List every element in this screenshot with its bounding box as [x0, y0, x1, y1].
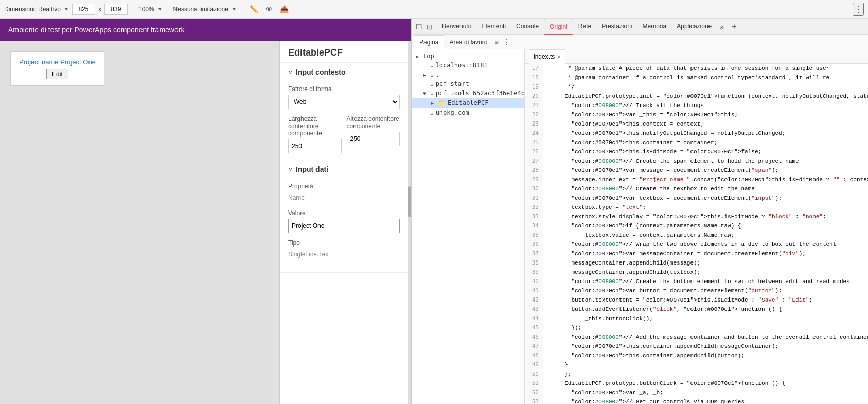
code-line-34: "color:#0070c1">if (context.parameters.N…: [550, 221, 868, 231]
valore-label: Valore: [288, 209, 400, 217]
code-lines-container[interactable]: 1718192021222324252627282930313233343536…: [525, 64, 868, 404]
tab-memoria[interactable]: Memoria: [637, 19, 672, 35]
code-text-52: "color:#0070c1">var _a, _b;: [558, 388, 663, 397]
devtools-topbar: ☐ ⊡ Benvenuto Elementi Console Origini R…: [412, 19, 868, 35]
code-line-45: });: [550, 323, 868, 332]
tab-rete[interactable]: Rete: [573, 19, 596, 35]
export-icon-btn[interactable]: 📤: [278, 4, 291, 14]
code-text-50: };: [558, 370, 571, 379]
dropdown-arrow-icon: ▼: [64, 6, 69, 12]
code-text-36: "color:#008000">// Wrap the two above el…: [558, 240, 836, 249]
no-breakpoint: [550, 232, 556, 238]
subtab-pagina[interactable]: Pagina: [414, 35, 444, 49]
code-text-28: "color:#0070c1">var message = document.c…: [558, 166, 778, 175]
devtools-icons: ☐ ⊡: [412, 23, 437, 31]
subtab-more-icon[interactable]: »: [492, 38, 501, 46]
tab-elementi[interactable]: Elementi: [476, 19, 511, 35]
x-label: x: [98, 6, 101, 13]
code-line-53: "color:#008000">// Get our controls via …: [550, 397, 868, 404]
devtools-body: ▶ top ▶ ☁ localhost:8181 ▶ ☁ . ▶: [412, 49, 868, 404]
larghezza-label: Larghezza contenitore componente: [288, 115, 342, 137]
dom-item-localhost[interactable]: ▶ ☁ localhost:8181: [412, 61, 524, 70]
tab-prestazioni[interactable]: Prestazioni: [596, 19, 637, 35]
component-label: Project name Project One: [19, 58, 96, 66]
input-contesto-header[interactable]: ∨ Input contesto: [280, 63, 408, 81]
pencil-icon-btn[interactable]: ✏️: [247, 4, 260, 14]
code-line-51: EditablePCF.prototype.buttonClick = "col…: [550, 379, 868, 388]
code-text-34: "color:#0070c1">if (context.parameters.N…: [558, 221, 741, 231]
dom-label-dot: .: [436, 71, 439, 78]
fattore-field: Fattore di forma Web: [288, 85, 400, 109]
dom-item-pcfstart[interactable]: ▶ ☁ pcf-start: [412, 79, 524, 89]
size-row: Larghezza contenitore componente Altezza…: [288, 115, 400, 153]
code-text-21: "color:#008000">// Track all the things: [558, 101, 704, 110]
line-numbers: 1718192021222324252627282930313233343536…: [525, 64, 543, 404]
no-breakpoint: [550, 297, 556, 303]
dom-label-localhost: localhost:8181: [436, 62, 488, 69]
eye-icon-btn[interactable]: 👁: [263, 4, 275, 14]
code-line-29: message.innerText = "Project name ".conc…: [550, 175, 868, 184]
tab-benvenuto[interactable]: Benvenuto: [437, 19, 476, 35]
code-text-41: "color:#0070c1">var button = document.cr…: [558, 286, 782, 295]
dom-label-top: top: [423, 52, 434, 60]
config-title: EditablePCF: [280, 41, 408, 63]
no-breakpoint: [550, 130, 556, 136]
no-breakpoint: [550, 251, 556, 257]
code-text-38: messageContainer.appendChild(message);: [558, 258, 700, 268]
dati-body: Proprietà Name Valore Tipo SingleLine.Te…: [280, 179, 408, 272]
no-breakpoint: [550, 390, 556, 396]
height-input[interactable]: [104, 4, 128, 15]
larghezza-input[interactable]: [288, 139, 342, 153]
code-text-32: textbox.type = "text";: [558, 203, 646, 212]
phone-icon[interactable]: ☐: [416, 23, 422, 31]
more-options-btn[interactable]: ⋮: [853, 3, 864, 16]
dom-item-unpkg[interactable]: ▶ ☁ unpkg.com: [412, 108, 524, 117]
fattore-select[interactable]: Web: [288, 95, 400, 109]
file-close-icon[interactable]: ✕: [557, 54, 561, 60]
code-file-tab[interactable]: index.ts ✕: [529, 49, 565, 64]
width-input[interactable]: [72, 4, 95, 15]
devtools-subtabs: Pagina Area di lavoro » ⋮: [412, 35, 868, 49]
tipo-label: Tipo: [288, 239, 400, 247]
code-text-29: message.innerText = "Project name ".conc…: [558, 175, 868, 184]
code-line-52: "color:#0070c1">var _a, _b;: [550, 388, 868, 397]
subtab-area[interactable]: Area di lavoro: [444, 35, 492, 49]
code-line-17: * @param state A piece of data that pers…: [550, 64, 868, 73]
dom-item-top[interactable]: ▶ top: [412, 51, 524, 61]
code-line-41: "color:#0070c1">var button = document.cr…: [550, 286, 868, 295]
top-toolbar: Dimensioni: Reattivo ▼ x 100% ▼ Nessuna …: [0, 0, 868, 19]
edit-button[interactable]: Edit: [46, 69, 68, 79]
valore-input[interactable]: [288, 219, 400, 233]
tab-console[interactable]: Console: [511, 19, 544, 35]
code-text-51: EditablePCF.prototype.buttonClick = "col…: [558, 379, 785, 388]
dom-item-pcftools[interactable]: ▼ ☁ pcf tools 652ac3f36e1e4bca82...: [412, 89, 524, 98]
nav-more-icon[interactable]: »: [717, 23, 727, 31]
no-breakpoint: [550, 288, 556, 294]
no-breakpoint: [550, 84, 556, 90]
subtab-menu-icon[interactable]: ⋮: [501, 37, 513, 47]
code-text-33: textbox.style.display = "color:#0070c1">…: [558, 212, 826, 221]
scrollbar-track[interactable]: [408, 41, 411, 404]
no-breakpoint: [550, 325, 556, 331]
dom-item-editablepcf[interactable]: ▶ 📁 EditablePCF: [412, 98, 524, 108]
no-breakpoint: [550, 380, 556, 387]
code-line-35: textbox.value = context.parameters.Name.…: [550, 231, 868, 240]
altezza-input[interactable]: [347, 132, 400, 146]
code-line-20: EditablePCF.prototype.init = "color:#007…: [550, 92, 868, 101]
cloud-icon-pcfstart: ☁: [430, 81, 434, 87]
input-contesto-section: ∨ Input contesto Fattore di forma Web: [280, 63, 408, 160]
input-dati-header[interactable]: ∨ Input dati: [280, 160, 408, 179]
config-panel: EditablePCF ∨ Input contesto Fattore di …: [279, 41, 408, 404]
tab-applicazione[interactable]: Applicazione: [671, 19, 717, 35]
nav-add-icon[interactable]: ＋: [727, 21, 741, 32]
dom-arrow-top: ▶: [416, 54, 423, 59]
dom-label-pcfstart: pcf-start: [436, 80, 469, 87]
scrollbar-thumb[interactable]: [408, 186, 411, 217]
dom-item-dot[interactable]: ▶ ☁ .: [412, 70, 524, 79]
dom-label-unpkg: unpkg.com: [436, 109, 469, 116]
tab-origini[interactable]: Origini: [544, 19, 573, 35]
code-line-48: "color:#0070c1">this.container.appendChi…: [550, 351, 868, 360]
pointer-icon[interactable]: ⊡: [427, 23, 433, 31]
no-breakpoint: [550, 158, 556, 164]
dati-title: Input dati: [296, 165, 328, 173]
